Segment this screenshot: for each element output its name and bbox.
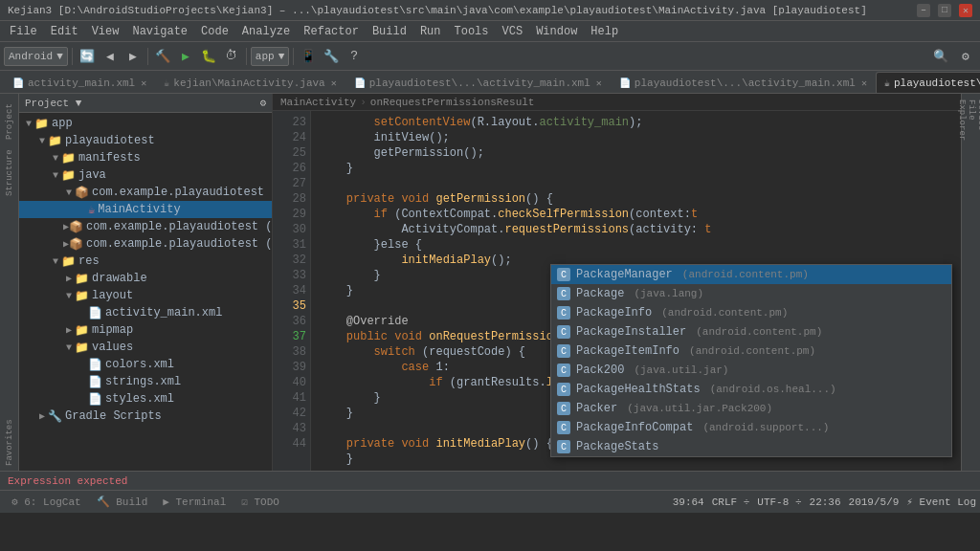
menu-item-window[interactable]: Window	[530, 23, 583, 40]
menu-item-build[interactable]: Build	[367, 23, 412, 40]
tab-close-4[interactable]: ✕	[861, 77, 867, 89]
menu-item-refactor[interactable]: Refactor	[298, 23, 365, 40]
tree-item[interactable]: 📄 colors.xml	[19, 356, 272, 373]
autocomplete-item-pkg: (android.content.pm)	[696, 326, 822, 338]
tab-activity-main-2[interactable]: 📄 playaudiotest\...\activity_main.xml ✕	[345, 72, 611, 93]
tree-item[interactable]: ▶📁 drawable	[19, 270, 272, 287]
tab-main-activity[interactable]: ☕ playaudiotest\MainActivity.java ✕	[876, 72, 980, 93]
sidebar-item-device-explorer[interactable]: Device File Explorer	[964, 98, 979, 145]
tab-close-2[interactable]: ✕	[331, 77, 337, 89]
tree-item[interactable]: ▼📁 res	[19, 253, 272, 270]
tree-item-icon: 📄	[88, 392, 102, 407]
back-btn[interactable]: ◀	[100, 46, 121, 67]
autocomplete-item[interactable]: CPackageManager(android.content.pm)	[551, 265, 951, 284]
menu-item-navigate[interactable]: Navigate	[126, 23, 193, 40]
sidebar-item-favorites[interactable]: Favorites	[2, 419, 17, 467]
main-layout: Project Structure Favorites Project ▼ ⚙ …	[0, 94, 980, 471]
debug-btn[interactable]: 🐛	[198, 46, 219, 67]
expression-expected-bar: Expression expected	[0, 471, 980, 490]
run-btn[interactable]: ▶	[175, 46, 196, 67]
title-bar: Kejian3 [D:\AndroidStudioProjects\Kejian…	[0, 0, 980, 21]
tab-close-1[interactable]: ✕	[141, 77, 146, 89]
menu-item-file[interactable]: File	[4, 23, 43, 40]
help-btn[interactable]: ?	[344, 46, 365, 67]
tree-item[interactable]: ▶📦 com.example.playaudiotest (androidTes…	[19, 218, 272, 235]
tab-icon-3: 📄	[354, 77, 366, 89]
tree-item[interactable]: ▶📦 com.example.playaudiotest (test)	[19, 235, 272, 253]
sdk-btn[interactable]: 🔧	[321, 46, 342, 67]
tree-item[interactable]: ▼📁 manifests	[19, 149, 272, 166]
menu-item-help[interactable]: Help	[585, 23, 624, 40]
event-log[interactable]: ⚡ Event Log	[906, 496, 976, 508]
side-icons-left: Project Structure Favorites	[0, 94, 19, 471]
autocomplete-item[interactable]: CPackageStats	[551, 437, 951, 456]
autocomplete-item-pkg: (android.content.pm)	[682, 269, 809, 280]
autocomplete-item[interactable]: CPackageItemInfo(android.content.pm)	[551, 342, 951, 361]
tab-close-3[interactable]: ✕	[596, 77, 602, 89]
bottom-tab-todo[interactable]: ☑ TODO	[234, 493, 287, 512]
tree-item[interactable]: ☕ MainActivity	[19, 201, 272, 218]
maximize-button[interactable]: □	[938, 4, 951, 17]
close-button[interactable]: ✕	[959, 4, 972, 17]
bottom-tab-logcat[interactable]: ⚙ 6: LogCat	[4, 493, 89, 512]
menu-item-analyze[interactable]: Analyze	[236, 23, 296, 40]
breadcrumb-separator: ›	[360, 97, 367, 108]
tree-item[interactable]: ▼📦 com.example.playaudiotest	[19, 184, 272, 201]
autocomplete-item-label: Packer	[576, 402, 617, 415]
tree-item-label: com.example.playaudiotest	[92, 186, 264, 199]
autocomplete-item[interactable]: CPackageInstaller(android.content.pm)	[551, 322, 951, 342]
menu-item-edit[interactable]: Edit	[45, 23, 84, 40]
menu-item-run[interactable]: Run	[414, 23, 447, 40]
build-btn[interactable]: 🔨	[152, 46, 173, 67]
tab-activity-main-3[interactable]: 📄 playaudiotest\...\activity_main.xml ✕	[611, 72, 876, 93]
project-tree[interactable]: ▼📁 app▼📁 playaudiotest▼📁 manifests▼📁 jav…	[19, 113, 272, 471]
menu-item-tools[interactable]: Tools	[449, 23, 495, 40]
autocomplete-item[interactable]: CPackageInfoCompat(android.support...)	[551, 418, 951, 437]
tree-item[interactable]: ▼📁 java	[19, 166, 272, 184]
search-btn[interactable]: 🔍	[930, 46, 951, 67]
module-dropdown-label: app	[256, 51, 275, 62]
tree-arrow: ▼	[63, 187, 75, 198]
autocomplete-item[interactable]: CPackageHealthStats(android.os.heal...)	[551, 380, 951, 399]
tree-item[interactable]: ▼📁 playaudiotest	[19, 132, 272, 149]
tree-item[interactable]: 📄 styles.xml	[19, 390, 272, 408]
tree-item[interactable]: ▼📁 app	[19, 115, 272, 132]
bottom-tab-build[interactable]: 🔨 Build	[89, 493, 156, 512]
autocomplete-item[interactable]: CPackageInfo(android.content.pm)	[551, 303, 951, 322]
tab-label-3: playaudiotest\...\activity_main.xml	[369, 77, 590, 89]
menu-item-vcs[interactable]: VCS	[497, 23, 529, 40]
bottom-tab-terminal[interactable]: ▶ Terminal	[155, 493, 234, 512]
autocomplete-item-pkg: (android.content.pm)	[661, 307, 788, 319]
tree-item[interactable]: ▶📁 mipmap	[19, 321, 272, 339]
autocomplete-item[interactable]: CPackage(java.lang)	[551, 284, 951, 303]
tab-icon-1: 📄	[12, 77, 24, 89]
profile-btn[interactable]: ⏱	[221, 46, 242, 67]
tab-kejian-main[interactable]: ☕ kejian\MainActivity.java ✕	[155, 72, 345, 93]
tree-item[interactable]: ▼📁 values	[19, 339, 272, 356]
minimize-button[interactable]: –	[917, 4, 930, 17]
tree-item[interactable]: ▼📁 layout	[19, 287, 272, 304]
project-header[interactable]: Project ▼ ⚙	[19, 94, 272, 113]
menu-item-view[interactable]: View	[86, 23, 125, 40]
autocomplete-popup[interactable]: CPackageManager(android.content.pm)CPack…	[550, 264, 952, 457]
avd-btn[interactable]: 📱	[298, 46, 319, 67]
tree-item[interactable]: ▶🔧 Gradle Scripts	[19, 408, 272, 425]
tab-activity-main-1[interactable]: 📄 activity_main.xml ✕	[4, 72, 155, 93]
sync-btn[interactable]: 🔄	[77, 46, 98, 67]
autocomplete-item-label: PackageStats	[576, 440, 658, 453]
tree-item[interactable]: 📄 strings.xml	[19, 373, 272, 390]
autocomplete-item[interactable]: CPacker(java.util.jar.Pack200)	[551, 399, 951, 418]
settings-btn[interactable]: ⚙	[955, 46, 976, 67]
status-crlf: CRLF ÷	[712, 496, 750, 508]
menu-item-code[interactable]: Code	[195, 23, 234, 40]
tree-arrow: ▼	[36, 136, 48, 146]
side-icons-right: Device File Explorer	[961, 94, 980, 471]
project-dropdown[interactable]: Android ▼	[4, 47, 68, 66]
code-container[interactable]: 23242526 27282930 31323334 35 363738 394…	[273, 111, 961, 471]
module-dropdown[interactable]: app ▼	[251, 47, 289, 66]
sidebar-item-project[interactable]: Project	[2, 98, 17, 145]
autocomplete-item[interactable]: CPack200(java.util.jar)	[551, 361, 951, 380]
forward-btn[interactable]: ▶	[122, 46, 144, 67]
tree-item[interactable]: 📄 activity_main.xml	[19, 304, 272, 321]
sidebar-item-structure[interactable]: Structure	[2, 149, 17, 197]
